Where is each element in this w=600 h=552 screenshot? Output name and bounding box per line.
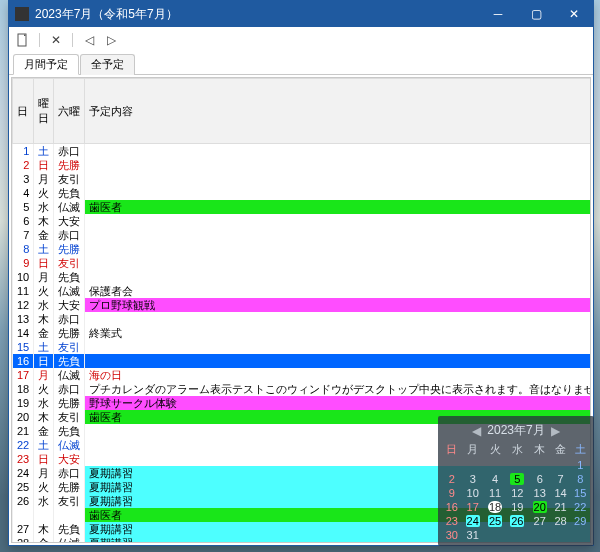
table-row[interactable]: 11火仏滅保護者会 — [13, 284, 592, 298]
cell-schedule[interactable] — [85, 158, 591, 172]
table-row[interactable]: 14金先勝終業式 — [13, 326, 592, 340]
tab-all[interactable]: 全予定 — [80, 54, 135, 75]
maximize-button[interactable]: ▢ — [517, 1, 555, 27]
cell-schedule[interactable] — [85, 242, 591, 256]
mini-cell[interactable] — [529, 458, 551, 472]
table-row[interactable]: 6木大安 — [13, 214, 592, 228]
titlebar[interactable]: 2023年7月（令和5年7月） ─ ▢ ✕ — [9, 1, 593, 27]
cell-schedule[interactable] — [85, 256, 591, 270]
mini-cell[interactable]: 17 — [462, 500, 484, 514]
mini-cell[interactable]: 18 — [484, 500, 506, 514]
col-day[interactable]: 日 — [13, 79, 34, 144]
cell-schedule[interactable] — [85, 354, 591, 368]
cell-schedule[interactable] — [85, 270, 591, 284]
tab-monthly[interactable]: 月間予定 — [13, 54, 79, 75]
table-row[interactable]: 5水仏滅歯医者 — [13, 200, 592, 214]
mini-cell[interactable]: 10 — [462, 486, 484, 500]
mini-cell[interactable]: 4 — [484, 472, 506, 486]
table-row[interactable]: 1土赤口 — [13, 144, 592, 159]
toolbar-separator — [39, 33, 40, 47]
table-row[interactable]: 17月仏滅海の日 — [13, 368, 592, 382]
mini-cell[interactable]: 3 — [462, 472, 484, 486]
cell-schedule[interactable] — [85, 214, 591, 228]
mini-prev-icon[interactable]: ◀ — [472, 424, 481, 438]
cell-day: 16 — [13, 354, 34, 368]
mini-cell[interactable]: 19 — [506, 500, 528, 514]
mini-cell[interactable]: 5 — [506, 472, 528, 486]
mini-cell[interactable] — [529, 528, 551, 542]
cell-schedule[interactable] — [85, 144, 591, 159]
mini-cell[interactable]: 21 — [551, 500, 571, 514]
mini-cell[interactable] — [570, 528, 590, 542]
cell-roku: 先勝 — [54, 480, 85, 494]
cell-schedule[interactable]: 歯医者 — [85, 200, 591, 214]
table-row[interactable]: 10月先負 — [13, 270, 592, 284]
mini-cell[interactable]: 9 — [442, 486, 462, 500]
mini-cell[interactable]: 7 — [551, 472, 571, 486]
mini-cell[interactable] — [484, 458, 506, 472]
table-row[interactable]: 2日先勝 — [13, 158, 592, 172]
mini-cell[interactable]: 12 — [506, 486, 528, 500]
mini-cell[interactable] — [484, 528, 506, 542]
mini-cell[interactable]: 11 — [484, 486, 506, 500]
mini-cell[interactable]: 30 — [442, 528, 462, 542]
table-row[interactable]: 13木赤口 — [13, 312, 592, 326]
mini-cell[interactable] — [551, 528, 571, 542]
cell-schedule[interactable] — [85, 340, 591, 354]
mini-cell[interactable]: 26 — [506, 514, 528, 528]
table-row[interactable]: 4火先負 — [13, 186, 592, 200]
delete-icon[interactable]: ✕ — [48, 32, 64, 48]
next-icon[interactable]: ▷ — [103, 32, 119, 48]
mini-cell[interactable]: 14 — [551, 486, 571, 500]
table-row[interactable]: 15土友引 — [13, 340, 592, 354]
mini-cell[interactable]: 20 — [529, 500, 551, 514]
minimize-button[interactable]: ─ — [479, 1, 517, 27]
mini-cell[interactable]: 29 — [570, 514, 590, 528]
table-row[interactable]: 7金赤口 — [13, 228, 592, 242]
mini-cell[interactable]: 1 — [570, 458, 590, 472]
mini-cell[interactable]: 8 — [570, 472, 590, 486]
mini-calendar[interactable]: ◀ 2023年7月 ▶ 日月火水木金土 12345678910111213141… — [438, 416, 594, 546]
table-row[interactable]: 19水先勝野球サークル体験 — [13, 396, 592, 410]
mini-cell[interactable]: 2 — [442, 472, 462, 486]
mini-cell[interactable]: 16 — [442, 500, 462, 514]
mini-cell[interactable]: 28 — [551, 514, 571, 528]
mini-cell[interactable]: 27 — [529, 514, 551, 528]
mini-cell[interactable] — [551, 458, 571, 472]
col-week[interactable]: 曜日 — [34, 79, 54, 144]
mini-cell[interactable] — [462, 458, 484, 472]
table-row[interactable]: 9日友引 — [13, 256, 592, 270]
mini-cell[interactable]: 23 — [442, 514, 462, 528]
mini-cell[interactable]: 13 — [529, 486, 551, 500]
cell-schedule[interactable]: プロ野球観戦 — [85, 298, 591, 312]
mini-cell[interactable]: 22 — [570, 500, 590, 514]
mini-cell[interactable]: 6 — [529, 472, 551, 486]
table-row[interactable]: 3月友引 — [13, 172, 592, 186]
cell-schedule[interactable]: 海の日 — [85, 368, 591, 382]
mini-cell[interactable]: 25 — [484, 514, 506, 528]
cell-schedule[interactable]: 保護者会 — [85, 284, 591, 298]
cell-schedule[interactable]: 終業式 — [85, 326, 591, 340]
mini-next-icon[interactable]: ▶ — [551, 424, 560, 438]
col-sched[interactable]: 予定内容 — [85, 79, 591, 144]
mini-cell[interactable]: 31 — [462, 528, 484, 542]
mini-cell[interactable]: 24 — [462, 514, 484, 528]
cell-schedule[interactable] — [85, 186, 591, 200]
close-button[interactable]: ✕ — [555, 1, 593, 27]
cell-schedule[interactable] — [85, 312, 591, 326]
mini-cell[interactable]: 15 — [570, 486, 590, 500]
table-row[interactable]: 8土先勝 — [13, 242, 592, 256]
new-file-icon[interactable] — [15, 32, 31, 48]
mini-cell[interactable] — [506, 528, 528, 542]
col-roku[interactable]: 六曜 — [54, 79, 85, 144]
mini-cell[interactable] — [506, 458, 528, 472]
cell-schedule[interactable] — [85, 228, 591, 242]
cell-schedule[interactable]: プチカレンダのアラーム表示テストこのウィンドウがデスクトップ中央に表示されます。… — [85, 382, 591, 396]
table-row[interactable]: 12水大安プロ野球観戦 — [13, 298, 592, 312]
table-row[interactable]: 16日先負 — [13, 354, 592, 368]
prev-icon[interactable]: ◁ — [81, 32, 97, 48]
mini-cell[interactable] — [442, 458, 462, 472]
cell-schedule[interactable]: 野球サークル体験 — [85, 396, 591, 410]
table-row[interactable]: 18火赤口プチカレンダのアラーム表示テストこのウィンドウがデスクトップ中央に表示… — [13, 382, 592, 396]
cell-schedule[interactable] — [85, 172, 591, 186]
